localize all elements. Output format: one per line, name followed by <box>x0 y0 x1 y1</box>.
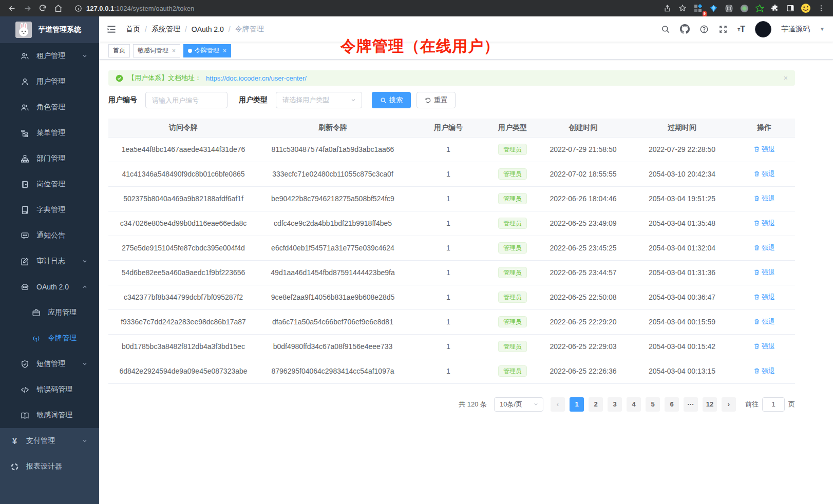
tab-首页[interactable]: 首页 <box>108 44 130 57</box>
sidebar-item-post[interactable]: 岗位管理 <box>0 171 99 197</box>
refresh-token-cell: dfa6c71a50a54c66bef706ef9e6e8d81 <box>258 309 407 334</box>
book-icon <box>21 206 29 215</box>
reload-icon[interactable] <box>36 2 49 15</box>
user-type-select[interactable]: 请选择用户类型 <box>276 92 362 108</box>
help-icon[interactable] <box>699 25 709 34</box>
share-icon[interactable] <box>660 2 674 15</box>
doc-link[interactable]: https://doc.iocoder.cn/user-center/ <box>206 74 307 82</box>
sidebar-item-tenant[interactable]: 租户管理 <box>0 43 99 69</box>
expire-time-cell: 2054-03-04 00:15:59 <box>631 309 733 334</box>
github-icon[interactable] <box>680 24 690 34</box>
user-avatar[interactable] <box>755 21 771 37</box>
pager-ellipsis[interactable]: ··· <box>684 397 698 412</box>
force-logout-button[interactable]: 强退 <box>753 366 775 376</box>
page-button-2[interactable]: 2 <box>589 397 603 412</box>
forward-icon[interactable] <box>21 2 34 15</box>
browser-menu-icon[interactable] <box>815 2 828 15</box>
expire-time-cell: 2054-03-04 00:36:47 <box>631 285 733 309</box>
search-icon[interactable] <box>661 25 670 34</box>
force-logout-button[interactable]: 强退 <box>753 169 775 179</box>
force-logout-button[interactable]: 强退 <box>753 194 775 203</box>
access-token-cell: c347026e805e4d99b0d116eae66eda8c <box>108 211 258 236</box>
sidebar-item-oauth2-app[interactable]: 应用管理 <box>0 300 99 325</box>
extension-command-icon[interactable] <box>722 2 735 15</box>
column-header: 用户类型 <box>489 119 536 137</box>
sidebar-item-oauth2[interactable]: OAuth 2.0 <box>0 274 99 300</box>
user-type-cell: 管理员 <box>489 211 536 236</box>
side-panel-icon[interactable] <box>784 2 797 15</box>
pager: ‹123456···12› <box>551 397 736 412</box>
force-logout-button[interactable]: 强退 <box>753 317 775 326</box>
tab-close-icon[interactable]: × <box>223 47 226 54</box>
sidebar-item-notice[interactable]: 通知公告 <box>0 223 99 248</box>
expire-time-cell: 2054-03-04 01:35:48 <box>631 211 733 236</box>
sidebar-item-role[interactable]: 角色管理 <box>0 94 99 120</box>
app-title: 芋道管理系统 <box>38 25 81 34</box>
page-button-4[interactable]: 4 <box>627 397 641 412</box>
force-logout-button[interactable]: 强退 <box>753 145 775 154</box>
sidebar-collapse-icon[interactable] <box>106 24 117 34</box>
search-button[interactable]: 搜索 <box>372 92 411 108</box>
extension-puzzle-icon[interactable] <box>768 2 782 15</box>
app-logo-bar[interactable]: 芋道管理系统 <box>0 16 99 43</box>
page-button-5[interactable]: 5 <box>646 397 660 412</box>
breadcrumb-item[interactable]: 首页 <box>126 25 140 34</box>
force-logout-button[interactable]: 强退 <box>753 293 775 302</box>
extension-diamond-icon[interactable] <box>707 2 720 15</box>
font-size-icon[interactable]: тT <box>737 25 745 34</box>
bookmark-star-icon[interactable] <box>676 2 689 15</box>
sidebar-item-audit-log[interactable]: 审计日志 <box>0 248 99 274</box>
user-icon <box>21 77 29 86</box>
tab-令牌管理[interactable]: 令牌管理× <box>183 44 231 57</box>
caret-down-icon[interactable]: ▼ <box>820 26 825 32</box>
breadcrumb-item[interactable]: OAuth 2.0 <box>192 25 224 33</box>
page-button-6[interactable]: 6 <box>665 397 679 412</box>
extension-star-icon[interactable] <box>753 2 766 15</box>
alert-close-icon[interactable]: × <box>784 74 788 82</box>
sidebar-item-pay[interactable]: ¥支付管理 <box>0 428 99 454</box>
app-logo <box>15 22 32 38</box>
page-button-3[interactable]: 3 <box>608 397 622 412</box>
profile-avatar-icon[interactable] <box>799 2 812 15</box>
extension-grid-icon[interactable]: 9 <box>691 2 705 15</box>
tab-close-icon[interactable]: × <box>172 47 176 54</box>
sidebar-item-sms[interactable]: 短信管理 <box>0 351 99 377</box>
tab-敏感词管理[interactable]: 敏感词管理× <box>133 44 180 57</box>
sidebar-item-report[interactable]: 报表设计器 <box>0 454 99 479</box>
chat-icon <box>21 231 29 240</box>
page-button-1[interactable]: 1 <box>570 397 584 412</box>
breadcrumb-item[interactable]: 系统管理 <box>152 25 180 34</box>
extension-record-icon[interactable] <box>737 2 751 15</box>
sidebar-item-sensitive[interactable]: 敏感词管理 <box>0 402 99 428</box>
sidebar-item-user[interactable]: 用户管理 <box>0 69 99 94</box>
fullscreen-icon[interactable] <box>718 25 728 34</box>
user-type-cell: 管理员 <box>489 309 536 334</box>
sidebar-item-dict[interactable]: 字典管理 <box>0 197 99 223</box>
force-logout-button[interactable]: 强退 <box>753 342 775 351</box>
org-icon <box>21 154 29 163</box>
extension-badge: 9 <box>703 11 707 16</box>
next-page-button[interactable]: › <box>722 397 736 412</box>
back-icon[interactable] <box>5 2 18 15</box>
user-id-cell: 1 <box>407 137 489 162</box>
force-logout-button[interactable]: 强退 <box>753 219 775 228</box>
sidebar-item-menu[interactable]: 菜单管理 <box>0 120 99 146</box>
home-icon[interactable] <box>51 2 65 15</box>
page-info-icon[interactable] <box>74 2 82 15</box>
sidebar-item-dept[interactable]: 部门管理 <box>0 146 99 171</box>
sidebar-item-errcode[interactable]: 错误码管理 <box>0 377 99 402</box>
force-logout-button[interactable]: 强退 <box>753 268 775 277</box>
page-button-12[interactable]: 12 <box>703 397 717 412</box>
force-logout-button[interactable]: 强退 <box>753 243 775 253</box>
reset-button[interactable]: 重置 <box>416 92 456 108</box>
prev-page-button[interactable]: ‹ <box>551 397 565 412</box>
username[interactable]: 芋道源码 <box>781 25 810 34</box>
goto-page-input[interactable] <box>762 397 785 412</box>
user-id-input[interactable] <box>145 92 228 108</box>
sidebar-item-oauth2-token[interactable]: 令牌管理 <box>0 325 99 351</box>
trash-icon <box>753 343 760 350</box>
expire-time-cell: 2022-07-29 22:28:50 <box>631 137 733 162</box>
page-size-select[interactable]: 10条/页 <box>494 397 543 412</box>
table-row: c347026e805e4d99b0d116eae66eda8ccdfc4ce9… <box>108 211 795 236</box>
address-bar[interactable]: 127.0.0.1:1024/system/oauth2/token <box>74 2 658 15</box>
